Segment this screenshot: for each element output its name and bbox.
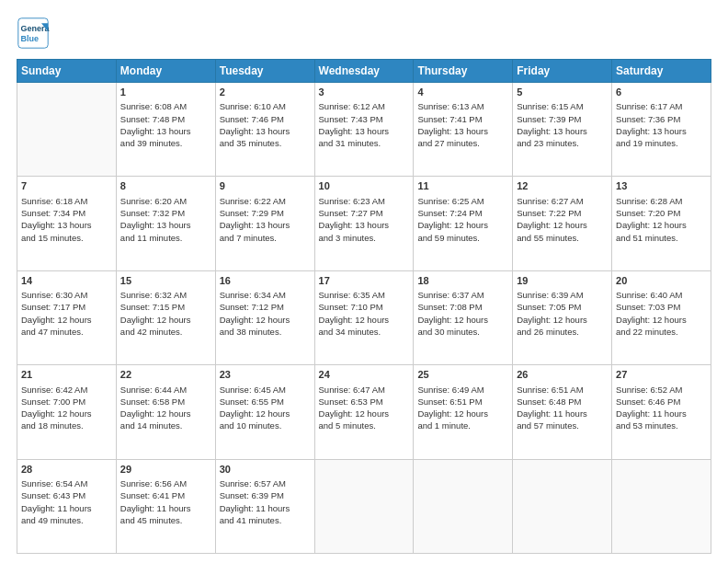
day-number: 1 xyxy=(120,86,211,99)
day-info: and 38 minutes. xyxy=(220,326,311,338)
day-info: Daylight: 13 hours xyxy=(220,219,311,231)
day-number: 16 xyxy=(220,274,311,288)
day-number: 18 xyxy=(417,274,508,288)
calendar-cell: 26Sunrise: 6:51 AMSunset: 6:48 PMDayligh… xyxy=(513,365,612,459)
calendar-cell: 13Sunrise: 6:28 AMSunset: 7:20 PMDayligh… xyxy=(612,177,711,270)
day-info: Sunrise: 6:08 AM xyxy=(120,100,211,112)
calendar-cell: 24Sunrise: 6:47 AMSunset: 6:53 PMDayligh… xyxy=(314,365,414,459)
day-number: 7 xyxy=(21,179,112,193)
day-info: and 31 minutes. xyxy=(319,137,410,149)
calendar-cell xyxy=(612,459,711,553)
day-info: and 27 minutes. xyxy=(417,137,508,149)
day-info: Sunrise: 6:56 AM xyxy=(120,477,211,489)
calendar-table: SundayMondayTuesdayWednesdayThursdayFrid… xyxy=(17,59,711,554)
day-info: Sunrise: 6:23 AM xyxy=(319,195,410,207)
day-info: Sunset: 7:41 PM xyxy=(417,113,508,125)
day-info: and 14 minutes. xyxy=(120,419,211,431)
day-info: Sunrise: 6:37 AM xyxy=(417,289,508,301)
day-info: and 3 minutes. xyxy=(319,232,410,244)
calendar-cell: 8Sunrise: 6:20 AMSunset: 7:32 PMDaylight… xyxy=(116,177,215,270)
day-info: Sunrise: 6:51 AM xyxy=(517,384,608,396)
day-info: Sunset: 6:55 PM xyxy=(220,396,311,408)
day-info: Sunrise: 6:45 AM xyxy=(220,384,311,396)
calendar-cell: 15Sunrise: 6:32 AMSunset: 7:15 PMDayligh… xyxy=(116,270,215,364)
calendar-cell: 14Sunrise: 6:30 AMSunset: 7:17 PMDayligh… xyxy=(17,270,117,364)
day-number: 9 xyxy=(220,179,311,193)
day-info: Daylight: 11 hours xyxy=(616,408,707,419)
calendar-cell: 6Sunrise: 6:17 AMSunset: 7:36 PMDaylight… xyxy=(612,83,711,177)
day-info: Sunrise: 6:42 AM xyxy=(21,384,112,396)
day-info: Sunrise: 6:39 AM xyxy=(517,289,608,301)
day-info: Sunrise: 6:22 AM xyxy=(220,195,311,207)
calendar-cell: 10Sunrise: 6:23 AMSunset: 7:27 PMDayligh… xyxy=(314,177,414,270)
day-number: 23 xyxy=(220,368,311,382)
day-info: Daylight: 13 hours xyxy=(120,125,211,137)
day-number: 11 xyxy=(417,179,508,193)
calendar-cell: 3Sunrise: 6:12 AMSunset: 7:43 PMDaylight… xyxy=(314,83,414,177)
day-info: and 42 minutes. xyxy=(120,326,211,338)
day-number: 13 xyxy=(616,179,707,193)
day-info: and 57 minutes. xyxy=(517,419,608,431)
day-info: Sunrise: 6:28 AM xyxy=(616,195,707,207)
day-info: Daylight: 12 hours xyxy=(517,314,608,326)
day-info: Sunrise: 6:47 AM xyxy=(319,384,410,396)
calendar-cell: 2Sunrise: 6:10 AMSunset: 7:46 PMDaylight… xyxy=(215,83,314,177)
calendar-cell: 28Sunrise: 6:54 AMSunset: 6:43 PMDayligh… xyxy=(17,459,117,553)
day-info: Sunrise: 6:57 AM xyxy=(220,477,311,489)
calendar-week-row: 28Sunrise: 6:54 AMSunset: 6:43 PMDayligh… xyxy=(17,459,711,553)
day-info: Daylight: 12 hours xyxy=(220,408,311,419)
day-number: 20 xyxy=(616,274,707,288)
calendar-cell: 12Sunrise: 6:27 AMSunset: 7:22 PMDayligh… xyxy=(513,177,612,270)
calendar-cell xyxy=(314,459,414,553)
day-number: 27 xyxy=(616,368,707,382)
calendar-cell: 16Sunrise: 6:34 AMSunset: 7:12 PMDayligh… xyxy=(215,270,314,364)
calendar-cell xyxy=(17,83,117,177)
day-info: Sunrise: 6:52 AM xyxy=(616,384,707,396)
day-info: Sunset: 7:34 PM xyxy=(21,207,112,219)
day-info: and 39 minutes. xyxy=(120,137,211,149)
day-info: Sunset: 6:46 PM xyxy=(616,396,707,408)
calendar-cell: 23Sunrise: 6:45 AMSunset: 6:55 PMDayligh… xyxy=(215,365,314,459)
day-info: Sunset: 7:32 PM xyxy=(120,207,211,219)
day-info: Sunset: 7:46 PM xyxy=(220,113,311,125)
day-info: and 47 minutes. xyxy=(21,326,112,338)
day-info: Sunrise: 6:20 AM xyxy=(120,195,211,207)
day-number: 12 xyxy=(517,179,608,193)
day-info: Sunrise: 6:49 AM xyxy=(417,384,508,396)
day-info: Sunset: 6:39 PM xyxy=(220,489,311,501)
calendar-week-row: 1Sunrise: 6:08 AMSunset: 7:48 PMDaylight… xyxy=(17,83,711,177)
calendar-cell: 4Sunrise: 6:13 AMSunset: 7:41 PMDaylight… xyxy=(414,83,513,177)
day-info: Sunset: 7:36 PM xyxy=(616,113,707,125)
calendar-week-row: 14Sunrise: 6:30 AMSunset: 7:17 PMDayligh… xyxy=(17,270,711,364)
day-info: Sunset: 6:41 PM xyxy=(120,489,211,501)
logo: General Blue xyxy=(17,17,53,50)
day-info: and 10 minutes. xyxy=(220,419,311,431)
day-info: Daylight: 11 hours xyxy=(120,502,211,514)
day-info: Daylight: 12 hours xyxy=(616,314,707,326)
day-number: 2 xyxy=(220,86,311,99)
day-info: Daylight: 13 hours xyxy=(319,125,410,137)
calendar-cell: 25Sunrise: 6:49 AMSunset: 6:51 PMDayligh… xyxy=(414,365,513,459)
calendar-cell: 22Sunrise: 6:44 AMSunset: 6:58 PMDayligh… xyxy=(116,365,215,459)
day-info: Sunrise: 6:12 AM xyxy=(319,100,410,112)
calendar-day-header: Saturday xyxy=(612,60,711,83)
day-info: and 11 minutes. xyxy=(120,232,211,244)
day-info: and 53 minutes. xyxy=(616,419,707,431)
day-info: and 34 minutes. xyxy=(319,326,410,338)
day-number: 17 xyxy=(319,274,410,288)
day-info: Sunset: 7:39 PM xyxy=(517,113,608,125)
calendar-cell: 9Sunrise: 6:22 AMSunset: 7:29 PMDaylight… xyxy=(215,177,314,270)
day-info: Daylight: 11 hours xyxy=(517,408,608,419)
calendar-cell: 1Sunrise: 6:08 AMSunset: 7:48 PMDaylight… xyxy=(116,83,215,177)
calendar-day-header: Friday xyxy=(513,60,612,83)
day-info: Daylight: 13 hours xyxy=(21,219,112,231)
calendar-day-header: Sunday xyxy=(17,60,117,83)
day-info: Sunset: 7:12 PM xyxy=(220,301,311,313)
day-info: and 7 minutes. xyxy=(220,232,311,244)
day-info: Daylight: 11 hours xyxy=(21,502,112,514)
day-info: and 35 minutes. xyxy=(220,137,311,149)
day-info: Sunset: 7:22 PM xyxy=(517,207,608,219)
calendar-day-header: Thursday xyxy=(414,60,513,83)
day-info: and 18 minutes. xyxy=(21,419,112,431)
day-info: Sunset: 6:51 PM xyxy=(417,396,508,408)
